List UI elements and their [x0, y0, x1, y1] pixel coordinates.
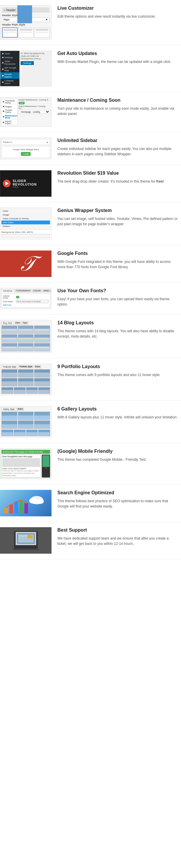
desktop-preview [2, 458, 40, 467]
feature-revolution-slider: SLIDER REVOLUTION PRO Revolution Slider … [0, 165, 181, 202]
edit-font-link[interactable]: Edit Font [3, 304, 49, 306]
support-mockup [0, 527, 52, 554]
laptop-container [13, 531, 39, 550]
portfolio-mockup: Featured Style Portfolio Style Extra [0, 364, 52, 395]
expand-icon: ▲ [46, 141, 49, 144]
menu-label: WP Google Map [4, 66, 18, 72]
cf-tab-wino[interactable]: WINO... [42, 289, 52, 292]
settings-button[interactable]: Settings [21, 61, 34, 65]
cf-tab-general[interactable]: GENERAL [1, 289, 14, 292]
blog-cell-5 [18, 334, 34, 343]
upload-btn[interactable]: + [16, 296, 20, 299]
enable-label: Enable Maintenance / Coming S... [19, 99, 50, 101]
portfolio-tab-featured[interactable]: Featured Style [1, 365, 18, 368]
feature-description: With Envato Market Plugin, the theme can… [57, 59, 178, 64]
svg-point-13 [26, 502, 27, 504]
blog-cell-3 [34, 326, 50, 334]
mobile-layout: How Googlebot sees this page Learn more … [1, 455, 50, 477]
style-preview-1[interactable] [2, 27, 18, 38]
feature-content-genius-wrapper: Genius Wrapper System You can set image,… [57, 208, 181, 227]
feature-content-blog-layouts: 14 Blog Layouts This theme comes with 14… [57, 320, 181, 339]
feature-description: This theme comes with 14 blog layouts. Y… [57, 329, 178, 339]
laptop-screen [16, 532, 36, 545]
style-preview-2[interactable] [19, 27, 34, 38]
style-previews [2, 27, 50, 38]
hover-cell-1 [1, 387, 13, 394]
menu-label: Collapse menu [4, 80, 18, 85]
menu-label: Settings [4, 56, 13, 59]
portfolio-tab-style[interactable]: Portfolio Style [19, 365, 34, 368]
menu-item-collapse: Collapse menu [0, 79, 20, 85]
gallery-tab-extra[interactable]: Extra [17, 407, 24, 411]
laptop-base [13, 549, 39, 550]
feature-title: Maintenance / Coming Soon [57, 97, 178, 103]
feature-image-best-support [0, 527, 52, 554]
gallery-tab-style[interactable]: Gallery Style [1, 407, 16, 411]
wrapper-field-label: Background Video URL (MP4) [1, 231, 33, 234]
sidebar-item-plugins: ▶ Plugins [2, 105, 18, 108]
select-arrow-icon: ▼ [45, 18, 48, 21]
menu-item-settings: Settings [0, 56, 20, 59]
menu-item-slider: Slider Revolution [0, 59, 20, 66]
gallery-cell-2 [18, 412, 34, 420]
menu-item-maps: WP Google Map [0, 66, 20, 72]
style-preview-3[interactable] [34, 27, 50, 38]
gallery-mockup: Gallery Style Extra [0, 406, 52, 437]
mobile-mockup: Awesome! This page is mobile-friendly. H… [0, 448, 52, 479]
cf-name-row: Font Name [3, 300, 49, 303]
phone-button [45, 467, 47, 468]
cf-section: Upload Fonts + Font Name Edit Font [1, 293, 50, 308]
mobile-screen [42, 455, 50, 467]
feature-description: This theme follows best practice of SEO … [57, 498, 178, 509]
feature-image-gallery-layouts: Gallery Style Extra [0, 406, 52, 437]
blog-tab-type[interactable]: Type [22, 321, 28, 324]
footer-label: Footer 4 [3, 141, 12, 144]
header-title: Header [6, 8, 16, 12]
feature-content-revolution-slider: Revolution Slider $19 Value The best dra… [57, 170, 181, 184]
cf-tab-typography[interactable]: TYPOGRAPHY [15, 289, 31, 292]
svg-rect-19 [27, 535, 33, 538]
learn-label: Learn more about mobile? [2, 467, 40, 470]
portfolio-cell-1 [1, 369, 18, 377]
svg-rect-17 [19, 537, 25, 537]
gallery-layout-grid [1, 412, 50, 429]
feature-mobile-friendly: Awesome! This page is mobile-friendly. H… [0, 443, 181, 485]
feature-content-google-fonts: Google Fonts With Google Font integrated… [57, 250, 181, 270]
feature-content-portfolio-layouts: 9 Portfolio Layouts This theme comes wit… [57, 364, 181, 377]
feature-maintenance: ▶ Thumbnail Sizing ▶ Plugins ▶ Custom Cs… [0, 92, 181, 132]
cf-tab-color[interactable]: COLOR [32, 289, 42, 292]
create-label: Create New Widget Area [3, 148, 48, 151]
feature-image-mobile-friendly: Awesome! This page is mobile-friendly. H… [0, 448, 52, 479]
widget-area-header: Footer 4 ▲ [3, 141, 49, 144]
slider-text-group: SLIDER REVOLUTION PRO [13, 179, 49, 188]
feature-blog-layouts: Blog Style Date Type 14 Blog Layouts Thi… [0, 315, 181, 359]
portfolio-cell-4 [1, 378, 18, 386]
feature-content-mobile-friendly: (Google) Mobile Friendly This theme has … [57, 448, 181, 462]
font-name-input[interactable] [16, 300, 49, 303]
portfolio-cell-3 [34, 369, 50, 377]
svg-point-10 [10, 504, 12, 505]
add-button[interactable]: + Add [21, 152, 31, 156]
portfolio-tab-extra[interactable]: Extra [34, 365, 41, 368]
autoupdate-main: ID. When the global to the single-use to… [20, 51, 51, 86]
autoupdate-mockup: Tools Settings Slider Revolution WP Goog… [0, 51, 52, 87]
sidebar-mockup: Footer 4 ▲ Create New Widget Area + Add [0, 137, 52, 159]
wrapper-url-input[interactable] [1, 234, 50, 238]
svg-rect-8 [24, 503, 28, 514]
toggle-switch[interactable]: ON [19, 102, 50, 104]
feature-best-support: Best Support We have dedicated support t… [0, 522, 181, 559]
slider-badge: PRO [13, 186, 49, 188]
blog-cell-4 [1, 334, 18, 343]
blog-tab-style[interactable]: Blog Style [1, 321, 14, 324]
maintenance-select[interactable]: Homepage - Landing [19, 110, 50, 114]
feature-description: This theme comes with 9 portfolio layout… [57, 372, 178, 377]
feature-content-unlimited-sidebar: Unlimited Sidebar Create individual side… [57, 137, 181, 157]
feature-title: Search Engine Optimized [57, 490, 178, 496]
feature-title: 9 Portfolio Layouts [57, 364, 178, 370]
maintenance-mockup: ▶ Thumbnail Sizing ▶ Plugins ▶ Custom Cs… [0, 97, 52, 127]
blog-tab-date[interactable]: Date [14, 321, 21, 324]
feature-description: Create individual sidebar for each pages… [57, 146, 178, 157]
cf-upload-row: Upload Fonts + [3, 295, 49, 299]
feature-image-live-customizer: ‹ Header Header Style Plain ▼ Header Pla… [0, 5, 52, 40]
font-name-label: Font Name [3, 301, 15, 303]
